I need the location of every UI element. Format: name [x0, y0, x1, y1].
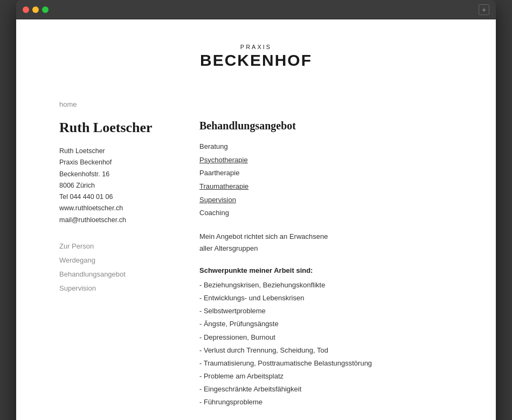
- site-header: PRAXIS BECKENHOF: [16, 19, 496, 91]
- contact-email-link[interactable]: mail@ruthloetscher.ch: [59, 216, 126, 224]
- browser-content: PRAXIS BECKENHOF home Ruth Loetscher Rut…: [16, 19, 496, 420]
- browser-window: + PRAXIS BECKENHOF home Ruth Loetscher R…: [16, 0, 496, 420]
- right-column: Behandlungsangebot Beratung Psychotherap…: [199, 120, 453, 420]
- contact-practice: Praxis Beckenhof: [59, 157, 167, 168]
- treatment-coaching: Coaching: [199, 206, 453, 220]
- nav-supervision[interactable]: Supervision: [59, 281, 167, 295]
- list-item: - Führungsprobleme: [199, 396, 453, 409]
- list-item: - Probleme am Arbeitsplatz: [199, 370, 453, 383]
- contact-street: Beckenhofstr. 16: [59, 169, 167, 180]
- schwerpunkte-list: - Beziehungskrisen, Beziehungskonflikte …: [199, 279, 453, 408]
- section-title: Behandlungsangebot: [199, 120, 453, 132]
- list-item: - Eingeschränkte Arbeitsfähigkeit: [199, 383, 453, 396]
- treatment-supervision[interactable]: Supervision: [199, 194, 453, 207]
- contact-info: Ruth Loetscher Praxis Beckenhof Beckenho…: [59, 146, 167, 226]
- list-item: - Traumatisierung, Posttraumatische Bela…: [199, 357, 453, 370]
- left-column: Ruth Loetscher Ruth Loetscher Praxis Bec…: [59, 120, 167, 420]
- breadcrumb: home: [59, 91, 453, 120]
- nav-zur-person[interactable]: Zur Person: [59, 239, 167, 253]
- browser-buttons: [23, 6, 49, 13]
- close-button[interactable]: [23, 6, 29, 13]
- treatment-paartherapie: Paartherapie: [199, 167, 453, 180]
- nav-behandlungsangebot[interactable]: Behandlungsangebot: [59, 267, 167, 281]
- browser-titlebar: +: [16, 0, 496, 19]
- schwerpunkte-title: Schwerpunkte meiner Arbeit sind:: [199, 266, 453, 274]
- treatment-list: Beratung Psychotherapie Paartherapie Tra…: [199, 140, 453, 220]
- contact-tel: Tel 044 440 01 06: [59, 191, 167, 203]
- maximize-button[interactable]: [42, 6, 49, 13]
- contact-website: www.ruthloetscher.ch: [59, 203, 167, 214]
- contact-name: Ruth Loetscher: [59, 146, 167, 157]
- list-item: - Beziehungskrisen, Beziehungskonflikte: [199, 279, 453, 292]
- new-tab-button[interactable]: +: [479, 4, 489, 15]
- treatment-beratung: Beratung: [199, 140, 453, 154]
- contact-website-link[interactable]: www.ruthloetscher.ch: [59, 204, 123, 212]
- treatment-traumatherapie[interactable]: Traumatherapie: [199, 180, 453, 194]
- contact-city: 8006 Zürich: [59, 180, 167, 191]
- treatment-psychotherapie[interactable]: Psychotherapie: [199, 154, 453, 167]
- left-nav: Zur Person Werdegang Behandlungsangebot …: [59, 239, 167, 295]
- list-item: - Depressionen, Burnout: [199, 331, 453, 344]
- list-item: - Ängste, Prüfungsängste: [199, 318, 453, 331]
- list-item: - Selbstwertprobleme: [199, 305, 453, 318]
- content-layout: Ruth Loetscher Ruth Loetscher Praxis Bec…: [59, 120, 453, 420]
- list-item: - Entwicklungs- und Lebenskrisen: [199, 292, 453, 305]
- angebot-text: Mein Angebot richtet sich an Erwachsene …: [199, 231, 453, 254]
- list-item: - Verlust durch Trennung, Scheidung, Tod: [199, 344, 453, 357]
- nav-werdegang[interactable]: Werdegang: [59, 253, 167, 267]
- contact-email: mail@ruthloetscher.ch: [59, 215, 167, 226]
- logo-beckenhof: BECKENHOF: [16, 51, 496, 70]
- site-wrapper: PRAXIS BECKENHOF home Ruth Loetscher Rut…: [16, 19, 496, 420]
- minimize-button[interactable]: [32, 6, 39, 13]
- breadcrumb-home[interactable]: home: [59, 100, 77, 108]
- person-name: Ruth Loetscher: [59, 120, 167, 136]
- logo-praxis: PRAXIS: [16, 44, 496, 50]
- site-main: home Ruth Loetscher Ruth Loetscher Praxi…: [16, 91, 496, 420]
